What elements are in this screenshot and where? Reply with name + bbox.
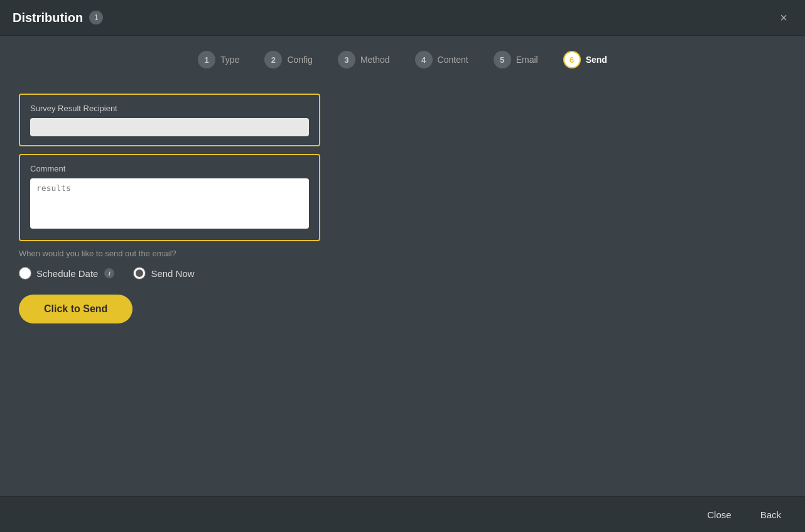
timing-radio-group: Schedule Date i Send Now	[19, 267, 786, 280]
step-label-email: Email	[516, 55, 538, 65]
send-now-radio[interactable]	[133, 267, 146, 280]
step-circle-4: 4	[415, 51, 433, 68]
step-config[interactable]: 2 Config	[264, 51, 312, 68]
back-button[interactable]: Back	[755, 507, 786, 523]
send-now-option[interactable]: Send Now	[133, 267, 194, 280]
step-label-type: Type	[220, 55, 239, 65]
schedule-date-label: Schedule Date	[36, 268, 98, 279]
title-bar: Distribution 1 ×	[0, 0, 805, 36]
recipient-input[interactable]	[30, 118, 309, 136]
step-circle-5: 5	[494, 51, 511, 68]
click-to-send-button[interactable]: Click to Send	[19, 295, 132, 323]
window-close-button[interactable]: ×	[775, 9, 792, 26]
window-title: Distribution	[13, 11, 83, 25]
step-circle-2: 2	[264, 51, 282, 68]
step-circle-1: 1	[198, 51, 215, 68]
step-circle-6: 6	[563, 51, 581, 68]
step-method[interactable]: 3 Method	[338, 51, 390, 68]
step-label-send: Send	[586, 55, 607, 65]
recipient-label: Survey Result Recipient	[30, 104, 309, 113]
step-send[interactable]: 6 Send	[563, 51, 607, 68]
send-now-label: Send Now	[151, 268, 194, 279]
step-email[interactable]: 5 Email	[494, 51, 538, 68]
step-label-content: Content	[438, 55, 468, 65]
footer: Close Back	[0, 496, 805, 532]
step-circle-3: 3	[338, 51, 355, 68]
main-content: Survey Result Recipient Comment When wou…	[0, 81, 805, 496]
step-type[interactable]: 1 Type	[198, 51, 239, 68]
schedule-date-radio[interactable]	[19, 267, 31, 280]
schedule-date-option[interactable]: Schedule Date i	[19, 267, 114, 280]
steps-nav: 1 Type 2 Config 3 Method 4 Content 5 Ema…	[0, 36, 805, 81]
step-content[interactable]: 4 Content	[415, 51, 468, 68]
comment-section: Comment	[19, 154, 320, 241]
timing-question: When would you like to send out the emai…	[19, 249, 786, 258]
comment-textarea[interactable]	[30, 178, 309, 229]
step-label-method: Method	[360, 55, 390, 65]
title-bar-left: Distribution 1	[13, 11, 103, 25]
step-label-config: Config	[287, 55, 312, 65]
schedule-info-icon: i	[104, 268, 114, 278]
comment-label: Comment	[30, 164, 309, 173]
title-badge: 1	[89, 11, 103, 24]
recipient-section: Survey Result Recipient	[19, 94, 320, 146]
close-button[interactable]: Close	[702, 507, 736, 523]
